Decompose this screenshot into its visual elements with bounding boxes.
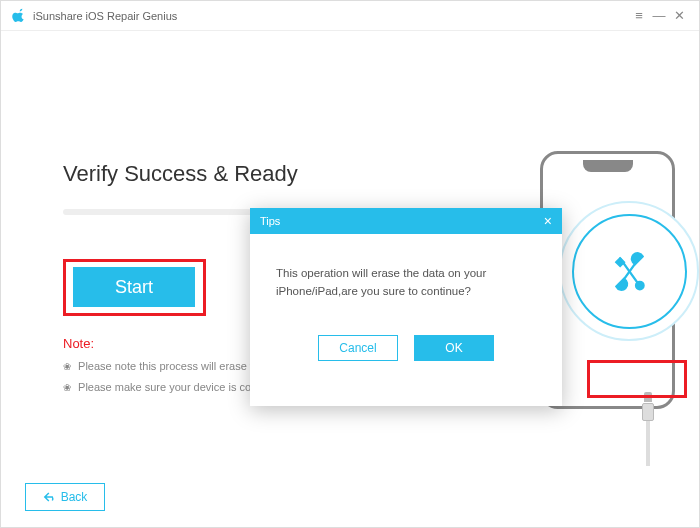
dialog-header[interactable]: Tips ×: [250, 208, 562, 234]
bullet-icon: ❀: [63, 382, 71, 393]
titlebar: iSunshare iOS Repair Genius ≡ — ✕: [1, 1, 699, 31]
dialog-title: Tips: [260, 215, 544, 227]
dialog-actions: Cancel OK: [250, 335, 562, 375]
page-title: Verify Success & Ready: [63, 161, 298, 187]
content-area: Verify Success & Ready Start Note: ❀ Ple…: [1, 31, 699, 527]
note-label: Note:: [63, 336, 94, 351]
back-button[interactable]: Back: [25, 483, 105, 511]
tips-dialog: Tips × This operation will erase the dat…: [250, 208, 562, 406]
bullet-icon: ❀: [63, 361, 71, 372]
ok-button[interactable]: OK: [414, 335, 494, 361]
minimize-icon[interactable]: —: [649, 8, 669, 23]
tools-icon: [607, 249, 652, 294]
app-logo-icon: [11, 8, 27, 24]
dialog-close-icon[interactable]: ×: [544, 214, 552, 228]
svg-point-0: [636, 281, 644, 289]
cancel-button[interactable]: Cancel: [318, 335, 398, 361]
close-window-icon[interactable]: ✕: [669, 8, 689, 23]
start-button[interactable]: Start: [73, 267, 195, 307]
repair-inner-circle: [572, 214, 687, 329]
note-line-2: ❀ Please make sure your device is conne: [63, 381, 269, 393]
app-window: iSunshare iOS Repair Genius ≡ — ✕ Verify…: [0, 0, 700, 528]
menu-icon[interactable]: ≡: [629, 8, 649, 23]
note-line-1: ❀ Please note this process will erase th…: [63, 360, 265, 372]
cable-illustration: [642, 392, 654, 462]
back-arrow-icon: [43, 491, 57, 503]
repair-circle: [559, 201, 699, 341]
app-title: iSunshare iOS Repair Genius: [33, 10, 629, 22]
dialog-message: This operation will erase the data on yo…: [250, 234, 562, 311]
